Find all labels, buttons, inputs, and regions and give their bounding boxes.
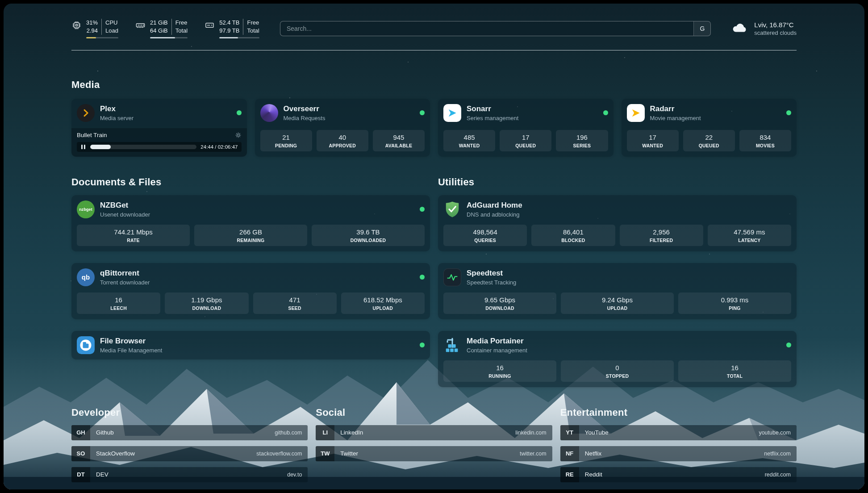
bookmark-name: Twitter — [334, 450, 358, 457]
stat-value: 945 — [374, 134, 424, 141]
stat-value: 9.65 Gbps — [444, 296, 555, 304]
stat-box: 39.6 TB DOWNLOADED — [312, 225, 425, 246]
service-card-plex[interactable]: Plex Media server Bullet Train — [71, 99, 247, 157]
stat-value: 86,401 — [532, 228, 614, 236]
stat-label: QUERIES — [444, 238, 526, 243]
stat-value: 17 — [501, 134, 551, 141]
disk-free-value: 52.4 TB — [219, 19, 243, 27]
bookmark-url: reddit.com — [765, 472, 797, 478]
bookmark-github[interactable]: GH Github github.com — [71, 425, 308, 440]
playback-time: 24:44 / 02:06:47 — [200, 144, 238, 150]
stat-box: 16 TOTAL — [678, 360, 791, 382]
app-subtitle: Media server — [100, 115, 134, 121]
section-title-social: Social — [316, 407, 552, 418]
stat-box: 834 MOVIES — [739, 130, 791, 151]
weather-condition: scattered clouds — [754, 29, 797, 36]
adguard-icon — [443, 201, 461, 218]
cpu-widget: 31% CPU 2.94 Load — [71, 19, 118, 38]
plex-now-playing-panel: Bullet Train 24:44 / 02:06:47 — [71, 128, 247, 157]
bookmark-url: dev.to — [287, 472, 308, 478]
stat-label: DOWNLOADED — [313, 238, 424, 243]
bookmark-group-entertainment: Entertainment YT YouTube youtube.com NF … — [560, 407, 797, 488]
bookmark-abbr: NF — [560, 446, 579, 461]
header-divider — [71, 50, 797, 50]
stat-label: PENDING — [261, 143, 311, 148]
bookmark-url: stackoverflow.com — [256, 451, 308, 457]
weather-location-temp: Lviv, 16.87°C — [754, 21, 797, 29]
stat-value: 266 GB — [195, 228, 306, 236]
bookmark-name: DEV — [90, 471, 108, 478]
memory-total-label: Total — [171, 27, 188, 35]
bookmark-youtube[interactable]: YT YouTube youtube.com — [560, 425, 797, 440]
radarr-icon — [627, 104, 645, 122]
app-subtitle: DNS and adblocking — [467, 211, 522, 218]
stat-label: DOWNLOAD — [444, 305, 555, 311]
bookmark-stackoverflow[interactable]: SO StackOverflow stackoverflow.com — [71, 446, 308, 461]
service-card-radarr[interactable]: Radarr Movie management 17 WANTED 22 QUE… — [622, 99, 797, 157]
section-title-developer: Developer — [71, 407, 308, 418]
bookmark-twitter[interactable]: TW Twitter twitter.com — [316, 446, 552, 461]
bookmark-name: Reddit — [579, 471, 602, 478]
service-card-overseerr[interactable]: Overseerr Media Requests 21 PENDING 40 A… — [255, 99, 430, 157]
stat-label: MOVIES — [740, 143, 790, 148]
stat-box: 17 WANTED — [627, 130, 679, 151]
filebrowser-icon — [77, 336, 95, 354]
stat-value: 0 — [562, 364, 673, 372]
stat-value: 40 — [317, 134, 367, 141]
stat-label: BLOCKED — [532, 238, 614, 243]
app-subtitle: Torrent downloader — [100, 279, 150, 286]
service-card-speedtest[interactable]: Speedtest Speedtest Tracking 9.65 Gbps D… — [438, 263, 797, 319]
bookmark-netflix[interactable]: NF Netflix netflix.com — [560, 446, 797, 461]
service-card-sonarr[interactable]: Sonarr Series management 485 WANTED 17 Q… — [438, 99, 613, 157]
cpu-usage-label: CPU — [101, 19, 118, 27]
stat-label: UPLOAD — [342, 305, 424, 311]
settings-gear-icon[interactable] — [235, 132, 242, 138]
stat-label: SERIES — [557, 143, 607, 148]
section-title-entertainment: Entertainment — [560, 407, 797, 418]
topbar: 31% CPU 2.94 Load 21 — [71, 4, 797, 38]
stat-value: 834 — [740, 134, 790, 141]
stat-box: 9.65 Gbps DOWNLOAD — [443, 292, 556, 314]
memory-icon — [135, 19, 146, 30]
service-card-adguard[interactable]: AdGuard Home DNS and adblocking 498,564 … — [438, 195, 797, 251]
bookmark-url: twitter.com — [520, 451, 552, 457]
search-input[interactable] — [280, 21, 693, 36]
stat-value: 9.24 Gbps — [562, 296, 673, 304]
playback-progress-bar[interactable] — [90, 145, 196, 149]
service-card-portainer[interactable]: Media Portainer Container management 16 … — [438, 331, 797, 387]
bookmark-name: LinkedIn — [334, 429, 363, 436]
pause-button[interactable] — [80, 144, 86, 150]
service-card-qbittorrent[interactable]: qBittorrent Torrent downloader 16 LEECH … — [71, 263, 430, 319]
bookmark-reddit[interactable]: RE Reddit reddit.com — [560, 467, 797, 482]
app-subtitle: Media Requests — [284, 115, 326, 121]
service-card-nzbget[interactable]: NZBGet Usenet downloader 744.21 Mbps RAT… — [71, 195, 430, 251]
stat-box: 945 AVAILABLE — [373, 130, 425, 151]
bookmark-dev[interactable]: DT DEV dev.to — [71, 467, 308, 482]
cpu-load-label: Load — [101, 27, 118, 35]
status-dot — [420, 275, 425, 280]
dashboard-screen: 31% CPU 2.94 Load 21 — [4, 4, 864, 489]
stat-value: 471 — [254, 296, 336, 304]
stat-value: 1.19 Gbps — [166, 296, 247, 304]
memory-total-value: 64 GiB — [150, 27, 171, 35]
stat-box: 498,564 QUERIES — [443, 225, 527, 246]
stat-label: LEECH — [78, 305, 159, 311]
stat-box: 16 LEECH — [77, 292, 160, 314]
bookmark-linkedin[interactable]: LI LinkedIn linkedin.com — [316, 425, 552, 440]
status-dot — [237, 110, 242, 115]
cpu-progress-bar — [86, 37, 118, 38]
stat-label: AVAILABLE — [374, 143, 424, 148]
nzbget-icon — [77, 201, 95, 218]
bookmark-url: linkedin.com — [515, 430, 552, 436]
stat-value: 0.993 ms — [679, 296, 790, 304]
app-name: Overseerr — [284, 104, 326, 113]
cloud-icon — [731, 21, 748, 35]
speedtest-icon — [443, 268, 461, 286]
bookmark-name: StackOverflow — [90, 450, 135, 457]
stat-box: 266 GB REMAINING — [194, 225, 307, 246]
search-engine-button[interactable]: G — [693, 21, 710, 36]
app-name: Sonarr — [467, 104, 518, 113]
service-card-filebrowser[interactable]: File Browser Media File Management — [71, 331, 430, 359]
bookmark-url: netflix.com — [764, 451, 797, 457]
documents-column: Documents & Files NZBGet Usenet download… — [71, 176, 430, 371]
